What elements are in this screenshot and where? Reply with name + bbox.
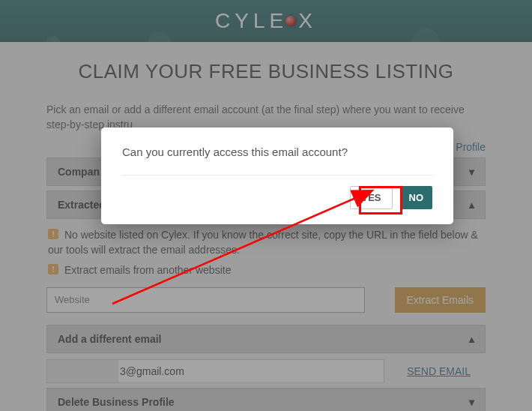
- modal-actions: YES NO: [122, 186, 432, 209]
- confirm-email-modal: Can you currently access this email acco…: [101, 128, 453, 224]
- modal-divider: [122, 175, 432, 176]
- no-button[interactable]: NO: [400, 186, 433, 209]
- modal-question: Can you currently access this email acco…: [122, 146, 432, 158]
- yes-button[interactable]: YES: [350, 186, 392, 209]
